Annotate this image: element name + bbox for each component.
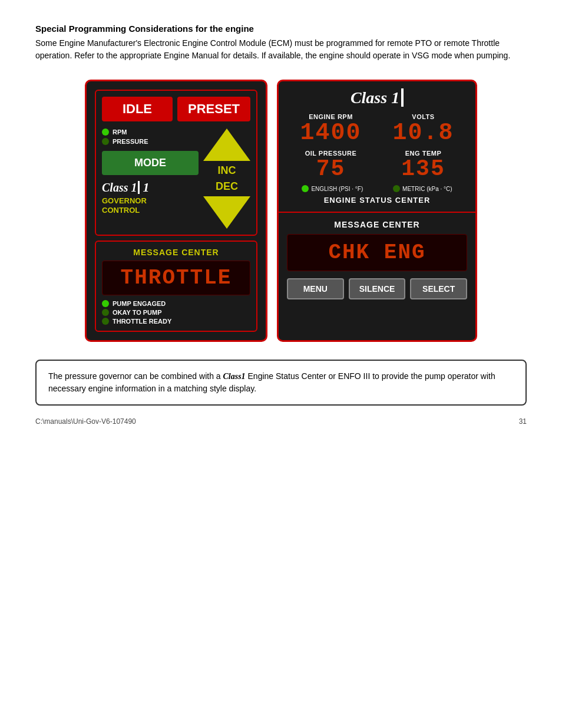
preset-button[interactable]: PRESET — [177, 97, 250, 121]
menu-button[interactable]: MENU — [287, 278, 344, 299]
class1-logo-right: Class — [351, 88, 391, 107]
pump-engaged-led — [102, 300, 109, 307]
metric-led — [393, 185, 400, 192]
select-button[interactable]: SELECT — [410, 278, 467, 299]
right-message-center-label: MESSAGE CENTER — [287, 220, 467, 229]
governor-control-panel: IDLE PRESET RPM PRESSURE — [85, 80, 267, 342]
class1-logo-left: Class 1 — [102, 180, 199, 195]
page-number: 31 — [519, 417, 527, 426]
eng-temp-value: 135 — [379, 158, 467, 180]
rpm-label: RPM — [113, 129, 127, 136]
right-message-center: MESSAGE CENTER CHK ENG MENU SILENCE SELE… — [279, 213, 475, 307]
rpm-led — [102, 129, 109, 136]
metric-label: METRIC (kPa · °C) — [402, 186, 452, 192]
inc-button[interactable] — [203, 129, 250, 161]
chk-eng-display: CHK ENG — [287, 234, 467, 271]
idle-button[interactable]: IDLE — [102, 97, 173, 121]
left-message-center: MESSAGE CENTER THROTTLE PUMP ENGAGED OKA… — [95, 241, 257, 332]
throttle-text: THROTTLE — [121, 266, 232, 290]
silence-button[interactable]: SILENCE — [349, 278, 406, 299]
throttle-ready-label: THROTTLE READY — [113, 318, 171, 325]
footer-note-text1: The pressure governor can be combined wi… — [48, 371, 223, 381]
throttle-ready-led — [102, 318, 109, 325]
governor-control-label: GOVERNORCONTROL — [102, 196, 199, 215]
pressure-label: PRESSURE — [113, 138, 148, 145]
left-message-center-label: MESSAGE CENTER — [102, 248, 250, 257]
chk-eng-text: CHK ENG — [328, 241, 425, 265]
pressure-led — [102, 138, 109, 145]
pump-indicators: PUMP ENGAGED OKAY TO PUMP THROTTLE READY — [102, 300, 250, 325]
governor-control-top: IDLE PRESET RPM PRESSURE — [95, 90, 257, 236]
volts-value: 10.8 — [379, 121, 467, 145]
intro-text: Some Engine Manufacturer's Electronic En… — [35, 37, 527, 62]
pump-engaged-label: PUMP ENGAGED — [113, 300, 166, 307]
footer-path: C:\manuals\Uni-Gov-V6-107490 — [35, 417, 136, 426]
english-label: ENGLISH (PSI · °F) — [311, 186, 363, 192]
engine-status-label: ENGINE STATUS CENTER — [287, 196, 467, 205]
okay-to-pump-label: OKAY TO PUMP — [113, 309, 162, 316]
oil-pressure-value: 75 — [287, 158, 375, 180]
engine-rpm-value: 1400 — [287, 121, 375, 145]
engine-status-top: Class 1 ENGINE RPM 1400 VOLTS 10.8 OIL P… — [279, 81, 475, 213]
mode-button[interactable]: MODE — [102, 151, 199, 175]
english-led — [302, 185, 309, 192]
dec-label: DEC — [216, 180, 238, 193]
okay-to-pump-led — [102, 309, 109, 316]
diagrams-row: IDLE PRESET RPM PRESSURE — [35, 80, 527, 342]
idle-preset-row: IDLE PRESET — [102, 97, 250, 121]
page-footer: C:\manuals\Uni-Gov-V6-107490 31 — [35, 417, 527, 426]
footer-class1-text: Class1 — [223, 372, 246, 381]
section-heading: Special Programming Considerations for t… — [35, 24, 527, 34]
dec-button[interactable] — [203, 196, 250, 229]
throttle-display: THROTTLE — [102, 261, 250, 295]
action-buttons: MENU SILENCE SELECT — [287, 278, 467, 299]
unit-indicators: ENGLISH (PSI · °F) METRIC (kPa · °C) — [287, 185, 467, 192]
footer-note: The pressure governor can be combined wi… — [35, 360, 527, 406]
inc-label: INC — [218, 164, 236, 177]
engine-status-panel: Class 1 ENGINE RPM 1400 VOLTS 10.8 OIL P… — [277, 80, 477, 342]
